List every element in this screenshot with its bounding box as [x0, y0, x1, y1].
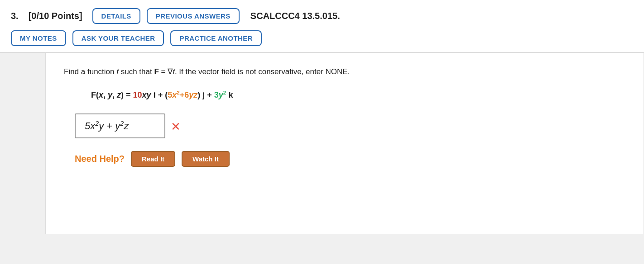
problem-number: 3. [11, 11, 19, 21]
previous-answers-button[interactable]: PREVIOUS ANSWERS [147, 8, 240, 24]
coeff-10: 10 [133, 90, 142, 99]
top-row: 3. [0/10 Points] DETAILS PREVIOUS ANSWER… [11, 8, 633, 24]
need-help-row: Need Help? Read It Watch It [75, 151, 625, 167]
ask-teacher-button[interactable]: ASK YOUR TEACHER [72, 30, 164, 46]
wrong-icon: ✕ [171, 120, 181, 134]
need-help-label: Need Help? [75, 154, 125, 164]
page-container: 3. [0/10 Points] DETAILS PREVIOUS ANSWER… [0, 0, 644, 264]
problem-instruction: Find a function f such that F = ∇f. If t… [64, 66, 625, 78]
practice-another-button[interactable]: PRACTICE ANOTHER [170, 30, 262, 46]
top-bar: 3. [0/10 Points] DETAILS PREVIOUS ANSWER… [0, 0, 644, 53]
coeff-5: 5x2+6yz [168, 90, 197, 99]
my-notes-button[interactable]: MY NOTES [11, 30, 66, 46]
read-it-button[interactable]: Read It [131, 151, 175, 167]
watch-it-button[interactable]: Watch It [182, 151, 230, 167]
details-button[interactable]: DETAILS [92, 8, 140, 24]
answer-wrapper: 5x2y + y2z ✕ [75, 113, 625, 138]
problem-code: SCALCCC4 13.5.015. [250, 11, 340, 21]
second-row: MY NOTES ASK YOUR TEACHER PRACTICE ANOTH… [11, 30, 633, 46]
vector-equation: F(x, y, z) = 10xy i + (5x2+6yz) j + 3y2 … [91, 88, 625, 102]
coeff-3y: 3y2 [214, 90, 226, 99]
problem-points: [0/10 Points] [29, 11, 82, 21]
answer-box: 5x2y + y2z [75, 113, 165, 138]
content-area: Find a function f such that F = ∇f. If t… [45, 53, 644, 234]
